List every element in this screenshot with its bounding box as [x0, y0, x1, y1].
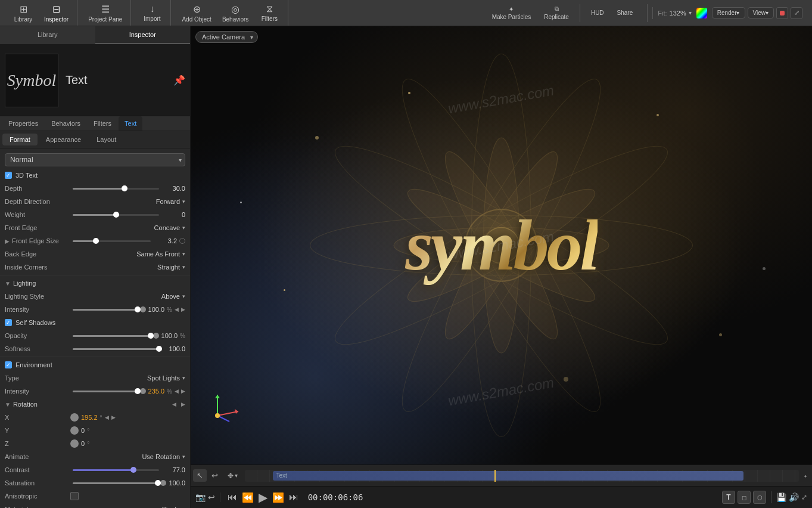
front-edge-size-slider-thumb[interactable] [93, 238, 99, 244]
save-btn[interactable]: 💾 [776, 492, 786, 502]
color-picker-icon[interactable] [696, 8, 707, 18]
contrast-slider-thumb[interactable] [130, 467, 136, 473]
timeline-hand-tool[interactable]: ↩ [208, 469, 222, 482]
library-panel-tab[interactable]: Library [0, 26, 95, 44]
anisotropic-checkbox[interactable] [70, 492, 79, 500]
softness-slider-thumb[interactable] [156, 346, 162, 352]
behaviors-button[interactable]: ◎ Behaviors [217, 1, 253, 25]
rotation-section[interactable]: ▼ Rotation ◀ ▶ [0, 398, 190, 411]
saturation-slider-thumb[interactable] [155, 480, 161, 486]
skip-forward-btn[interactable]: ⏭ [289, 492, 298, 503]
properties-tab[interactable]: Properties [2, 116, 44, 131]
saturation-keyframe[interactable] [160, 480, 166, 486]
env-intensity-slider-thumb[interactable] [135, 388, 141, 394]
intensity-keyframe[interactable] [140, 306, 146, 312]
library-button[interactable]: ⊞ Library [8, 1, 38, 25]
timeline-move-tool[interactable]: ✥ ▾ [223, 470, 242, 482]
timeline-scrubber[interactable]: Text [245, 470, 799, 482]
appearance-sub-tab[interactable]: Appearance [39, 134, 88, 145]
z-rotation-dial[interactable] [70, 439, 79, 448]
layout-sub-tab[interactable]: Layout [89, 134, 123, 145]
depth-direction-dropdown[interactable]: ▾ [182, 199, 185, 205]
preview-pin-button[interactable]: 📌 [173, 75, 185, 86]
depth-slider-track[interactable] [73, 188, 159, 190]
x-rotation-row: X 195.2 ° ◀ ▶ [0, 411, 190, 424]
front-edge-size-slider-track[interactable] [73, 240, 151, 242]
format-sub-tab[interactable]: Format [2, 134, 38, 145]
self-shadows-checkbox[interactable] [5, 319, 12, 326]
filters-button[interactable]: ⧖ Filters [254, 1, 284, 24]
x-rotation-nav-next[interactable]: ▶ [111, 414, 116, 420]
saturation-slider-track[interactable] [73, 482, 158, 484]
x-rotation-dial[interactable] [70, 413, 79, 422]
animate-dropdown[interactable]: ▾ [182, 454, 185, 460]
opacity-slider-track[interactable] [73, 335, 151, 337]
weight-slider-thumb[interactable] [113, 212, 119, 218]
intensity-slider-track[interactable] [73, 309, 138, 311]
contrast-slider-track[interactable] [73, 469, 159, 471]
audio-btn[interactable]: 🔊 [789, 492, 799, 502]
depth-slider-thumb[interactable] [122, 185, 127, 191]
camera-view-btn[interactable]: 📷 [195, 492, 206, 502]
front-edge-size-keyframe[interactable] [179, 238, 185, 244]
skip-back-btn[interactable]: ⏮ [228, 492, 237, 503]
project-pane-label: Project Pane [88, 16, 122, 23]
text-tab[interactable]: Text [119, 116, 142, 131]
softness-slider-track[interactable] [73, 348, 159, 350]
replicate-button[interactable]: ⧉ Replicate [539, 3, 574, 23]
env-intensity-slider-track[interactable] [73, 391, 138, 392]
inside-corners-dropdown[interactable]: ▾ [182, 264, 185, 270]
type-dropdown[interactable]: ▾ [182, 375, 185, 381]
share-button[interactable]: Share [612, 7, 638, 18]
expand-button[interactable]: ⤢ [791, 7, 802, 19]
env-intensity-nav-next[interactable]: ▶ [181, 388, 185, 394]
behaviors-tab[interactable]: Behaviors [45, 116, 86, 131]
text-tool-btn[interactable]: T [722, 491, 735, 504]
3d-text-checkbox[interactable] [5, 172, 12, 179]
record-button[interactable] [776, 7, 788, 19]
camera-select[interactable]: Active Camera [195, 31, 258, 43]
render-button[interactable]: Render▾ [712, 7, 745, 18]
import-button[interactable]: ↓ Import [137, 1, 167, 24]
inspector-panel-tab[interactable]: Inspector [95, 26, 191, 44]
project-pane-button[interactable]: ☰ Project Pane [83, 1, 127, 25]
mask-tool-btn[interactable]: ⬡ [753, 491, 766, 504]
intensity-nav-next[interactable]: ▶ [181, 306, 185, 312]
opacity-keyframe[interactable] [153, 333, 159, 339]
inspector-button[interactable]: ⊟ Inspector [39, 1, 73, 25]
normal-select-wrapper: Normal [5, 153, 185, 166]
hud-label: HUD [591, 10, 604, 16]
undo-btn[interactable]: ↩ [208, 492, 215, 502]
x-rotation-nav-prev[interactable]: ◀ [105, 414, 109, 420]
opacity-slider-thumb[interactable] [148, 333, 154, 339]
add-object-button[interactable]: ⊕ Add Object [177, 1, 216, 25]
rotation-next-btn[interactable]: ▶ [181, 401, 185, 407]
front-edge-dropdown[interactable]: ▾ [182, 225, 185, 231]
play-back-btn[interactable]: ⏪ [242, 492, 254, 503]
expand-timeline-btn[interactable]: ⤢ [801, 493, 807, 501]
play-btn[interactable]: ▶ [259, 490, 267, 504]
type-value-wrap: Spot Lights ▾ [70, 374, 185, 382]
hud-button[interactable]: HUD [586, 7, 609, 18]
env-intensity-nav-prev[interactable]: ◀ [175, 388, 179, 394]
env-intensity-keyframe[interactable] [140, 388, 146, 394]
lighting-section[interactable]: ▼ Lighting [0, 277, 190, 290]
shape-tool-btn[interactable]: ◻ [738, 491, 751, 504]
make-particles-button[interactable]: ✦ Make Particles [487, 4, 536, 23]
intensity-slider-thumb[interactable] [135, 306, 141, 312]
view-button[interactable]: View▾ [748, 7, 774, 18]
weight-slider-track[interactable] [73, 214, 159, 216]
play-forward-btn[interactable]: ⏩ [272, 492, 284, 503]
normal-select[interactable]: Normal [5, 153, 185, 166]
rotation-prev-btn[interactable]: ◀ [172, 401, 176, 407]
fit-dropdown[interactable]: ▾ [689, 10, 692, 16]
environment-checkbox[interactable] [5, 361, 12, 368]
timeline-select-tool[interactable]: ↖ [193, 469, 207, 482]
intensity-nav-prev[interactable]: ◀ [175, 306, 179, 312]
y-rotation-dial[interactable] [70, 426, 79, 435]
lighting-style-dropdown[interactable]: ▾ [182, 293, 185, 299]
timeline-clip[interactable]: Text [273, 471, 744, 481]
filters-tab[interactable]: Filters [88, 116, 117, 131]
weight-value: 0 [161, 211, 185, 218]
back-edge-dropdown[interactable]: ▾ [182, 251, 185, 257]
